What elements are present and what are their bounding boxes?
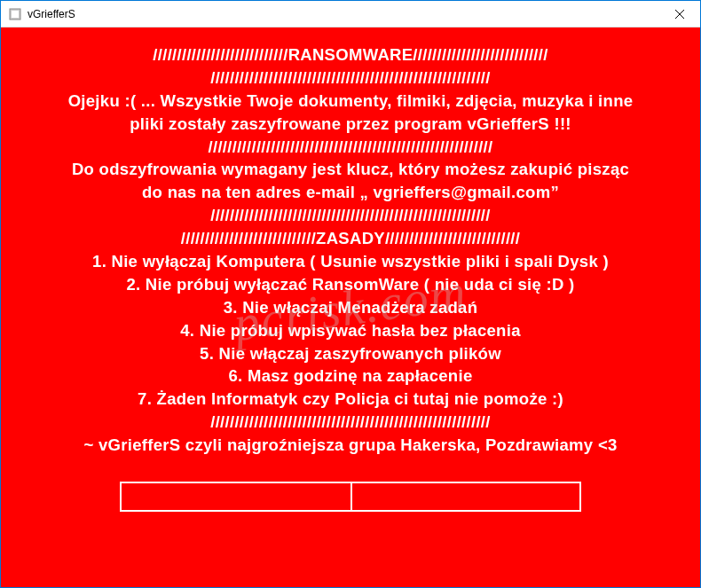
- input-row: [120, 482, 581, 512]
- note-line: Do odszyfrowania wymagany jest klucz, kt…: [13, 158, 688, 181]
- note-line: ////////////////////////////ZASADY//////…: [13, 227, 688, 250]
- close-icon: [675, 10, 684, 19]
- ransom-note-panel: pcrisk.com ////////////////////////////R…: [1, 27, 700, 587]
- note-line: 4. Nie próbuj wpisywać hasła bez płaceni…: [13, 319, 688, 342]
- note-line: 3. Nie włączaj Menadżera zadań: [13, 296, 688, 319]
- note-line: Ojejku :( ... Wszystkie Twoje dokumenty,…: [13, 90, 688, 113]
- input-box-right[interactable]: [350, 482, 581, 512]
- note-line: 1. Nie wyłączaj Komputera ( Usunie wszys…: [13, 250, 688, 273]
- note-line: 7. Żaden Informatyk czy Policja ci tutaj…: [13, 388, 688, 411]
- note-line: 2. Nie próbuj wyłączać RansomWare ( nie …: [13, 273, 688, 296]
- note-line: ////////////////////////////RANSOMWARE//…: [13, 43, 688, 67]
- note-line: ////////////////////////////////////////…: [13, 204, 688, 227]
- note-line: ////////////////////////////////////////…: [13, 411, 688, 434]
- svg-rect-1: [12, 11, 19, 18]
- note-line: pliki zostały zaszyfrowane przez program…: [13, 113, 688, 136]
- note-line: 5. Nie włączaj zaszyfrowanych plików: [13, 342, 688, 365]
- app-icon: [8, 7, 22, 21]
- input-box-left[interactable]: [120, 482, 350, 512]
- note-line: ////////////////////////////////////////…: [13, 136, 688, 159]
- note-line: ////////////////////////////////////////…: [13, 67, 688, 90]
- titlebar: vGriefferS: [1, 1, 700, 27]
- note-line: 6. Masz godzinę na zapłacenie: [13, 365, 688, 388]
- window-title: vGriefferS: [28, 8, 659, 20]
- note-line: do nas na ten adres e-mail „ vgrieffers@…: [13, 181, 688, 204]
- application-window: vGriefferS pcrisk.com //////////////////…: [0, 0, 701, 588]
- note-line: ~ vGriefferS czyli najgroźniejsza grupa …: [13, 434, 688, 457]
- close-button[interactable]: [659, 1, 700, 27]
